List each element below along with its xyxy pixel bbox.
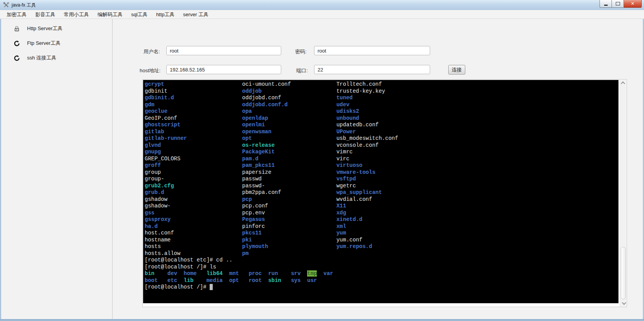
menu-bar: 加密工具 影音工具 常用小工具 编解码工具 sql工具 http工具 serve… [0, 10, 644, 19]
minimize-button[interactable] [600, 0, 612, 8]
sidebar-item-ftp-server[interactable]: Ftp Server工具 [1, 37, 112, 49]
terminal-text-segment: unbound [337, 115, 359, 121]
terminal-console[interactable]: gcrypt oci-umount.conf Trolltech.confgdb… [143, 80, 618, 303]
maximize-button[interactable] [612, 0, 624, 8]
menu-item-codec-tools[interactable]: 编解码工具 [93, 10, 127, 19]
menu-item-sql-tools[interactable]: sql工具 [127, 10, 152, 19]
terminal-text-segment: wvdial.conf [337, 196, 372, 202]
terminal-text-segment [180, 122, 242, 128]
terminal-text-segment: vsftpd [337, 176, 356, 182]
terminal-text-segment [174, 230, 242, 236]
terminal-text-segment [187, 135, 242, 141]
menu-item-common-tools[interactable]: 常用小工具 [60, 10, 93, 19]
terminal-text-segment [268, 115, 336, 121]
scroll-down-button[interactable] [620, 300, 627, 306]
terminal-text-segment: opt [229, 277, 239, 284]
terminal-text-segment: pm [242, 250, 249, 256]
terminal-text-segment: lib64 [207, 270, 223, 277]
terminal-text-segment: udev [337, 102, 350, 108]
sidebar-item-ssh-connect[interactable]: ssh 连接工具 [1, 52, 112, 64]
terminal-text-segment: etc [167, 277, 177, 284]
application-window: java-fx 工具 ✕ 加密工具 影音工具 常用小工具 编解码工具 sql工具… [0, 0, 644, 321]
menu-item-media-tools[interactable]: 影音工具 [31, 10, 60, 19]
window-title: java-fx 工具 [12, 2, 36, 8]
username-input[interactable] [166, 46, 281, 55]
terminal-text-segment [154, 210, 242, 216]
password-label: 密码: [295, 48, 307, 55]
terminal-text-segment [265, 183, 337, 189]
menu-item-encrypt-tools[interactable]: 加密工具 [2, 10, 31, 19]
terminal-text-segment [252, 237, 336, 243]
terminal-text-segment [252, 135, 336, 141]
terminal-text-segment [161, 169, 242, 175]
terminal-line: group papersize vmware-tools [145, 169, 618, 176]
terminal-text-segment: pam_pkcs11 [242, 162, 275, 168]
terminal-text-segment: virtuoso [337, 162, 362, 168]
terminal-text-segment [154, 102, 242, 108]
terminal-text-segment: glvnd [145, 142, 161, 148]
port-label: 端口: [296, 67, 308, 74]
terminal-text-segment [161, 243, 242, 250]
terminal-text-segment: pcp [242, 196, 252, 202]
terminal-text-segment: [root@localhost /]# ls [145, 264, 216, 270]
terminal-text-segment: gssproxy [145, 216, 171, 222]
refresh-icon [14, 40, 20, 47]
menu-item-http-tools[interactable]: http工具 [152, 10, 179, 19]
terminal-text-segment: gdbinit.d [145, 95, 174, 101]
terminal-line: gitlab-runner opt usb_modeswitch.conf [145, 135, 618, 142]
terminal-text-segment: ha.d [145, 223, 158, 229]
terminal-text-segment: wgetrc [337, 183, 356, 189]
host-label: host地址: [140, 67, 161, 74]
terminal-text-segment [301, 277, 307, 284]
terminal-text-segment: hosts.allow [145, 250, 180, 256]
title-bar[interactable]: java-fx 工具 ✕ [0, 0, 644, 10]
terminal-text-segment: dev [167, 270, 177, 277]
terminal-text-segment: vmware-tools [337, 169, 376, 175]
terminal-text-segment [223, 270, 229, 277]
menu-item-server-tools[interactable]: server 工具 [179, 10, 213, 19]
app-tools-icon [3, 2, 9, 8]
terminal-text-segment [265, 122, 337, 128]
host-input[interactable] [166, 65, 281, 74]
terminal-text-segment [171, 237, 242, 243]
password-input[interactable] [314, 46, 430, 55]
sidebar-item-http-server[interactable]: Http Server工具 [1, 23, 112, 34]
terminal-line: gssproxy Pegasus xinetd.d [145, 216, 618, 223]
terminal-text-segment: tuned [337, 95, 353, 101]
terminal-panel: gcrypt oci-umount.conf Trolltech.confgdb… [142, 79, 627, 307]
terminal-text-segment: [root@localhost etc]# cd .. [145, 257, 232, 263]
terminal-text-segment: pinforc [242, 223, 265, 229]
terminal-text-segment [268, 203, 336, 209]
terminal-line: hosts plymouth yum.repos.d [145, 243, 618, 250]
terminal-text-segment: tmp [307, 270, 317, 277]
terminal-line: bin dev home lib64 mnt proc run srv tmp … [145, 270, 618, 277]
scroll-up-button[interactable] [620, 80, 627, 86]
terminal-text-segment: oddjob [242, 88, 261, 94]
port-input[interactable] [314, 65, 430, 74]
terminal-text-segment: openldap [242, 115, 268, 121]
terminal-text-segment: gshadow- [145, 203, 171, 209]
terminal-text-segment: PackageKit [242, 149, 275, 155]
terminal-text-segment [193, 277, 207, 284]
terminal-text-segment: GREP_COLORS [145, 156, 180, 162]
terminal-line: [root@localhost /]# [145, 284, 618, 291]
terminal-text-segment: oddjobd.conf [242, 95, 281, 101]
terminal-text-segment: oci-umount.conf [242, 81, 291, 87]
terminal-text-segment: virc [337, 156, 350, 162]
terminal-text-segment: bin [145, 270, 154, 277]
terminal-text-segment: hosts [145, 243, 161, 250]
terminal-text-segment [177, 115, 242, 121]
close-button[interactable]: ✕ [624, 0, 642, 8]
terminal-line: gshadow- pcp.conf X11 [145, 203, 618, 210]
terminal-line: GeoIP.conf openldap unbound [145, 115, 618, 122]
terminal-text-segment: home [184, 270, 197, 277]
terminal-text-segment: proc [249, 270, 262, 277]
terminal-text-segment: Trolltech.conf [337, 81, 382, 87]
connect-button[interactable]: 连接 [448, 65, 465, 75]
terminal-text-segment [291, 81, 337, 87]
terminal-line: hostname pki yum.conf [145, 237, 618, 244]
maximize-icon [616, 2, 620, 5]
terminal-text-segment [164, 176, 242, 182]
scrollbar-thumb[interactable] [621, 247, 626, 299]
terminal-text-segment: Pegasus [242, 216, 265, 222]
